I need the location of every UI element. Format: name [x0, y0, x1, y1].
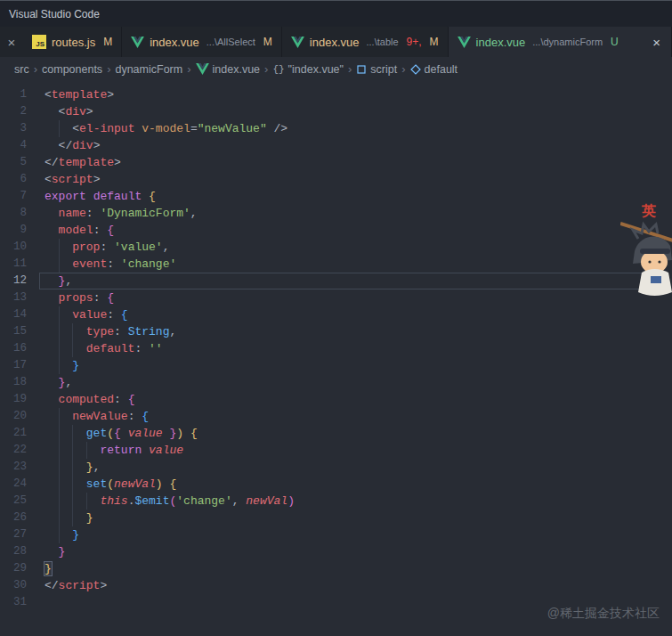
code-line[interactable]: 3 <el-input v-model="newValue" /> — [0, 120, 672, 137]
code-text: }, — [45, 273, 72, 289]
indent-guide — [72, 459, 73, 476]
chevron-right-icon: › — [401, 62, 405, 76]
code-line[interactable]: 22 return value — [0, 442, 672, 459]
indent-guide — [59, 256, 60, 273]
code-line[interactable]: 7export default { — [0, 188, 672, 205]
code-line[interactable]: 29} — [0, 560, 672, 577]
code-text: <div> — [45, 103, 93, 120]
code-line[interactable]: 17 } — [0, 357, 672, 374]
breadcrumb-item-dynamicForm[interactable]: dynamicForm — [115, 63, 182, 76]
code-text: </div> — [45, 137, 100, 154]
indent-guide — [59, 493, 60, 510]
indent-guide — [72, 510, 73, 526]
title-bar: Visual Studio Code — [0, 0, 672, 27]
code-line[interactable]: 5</template> — [0, 154, 672, 171]
line-number: 13 — [0, 289, 27, 306]
code-text: </template> — [45, 154, 121, 171]
tab-badge: M — [263, 36, 272, 48]
tab-index-vue[interactable]: index.vue...\dynamicFormU× — [449, 27, 672, 57]
code-line[interactable]: 26 } — [0, 510, 672, 526]
line-number: 6 — [0, 171, 27, 188]
code-text: type: String, — [45, 323, 176, 340]
code-line[interactable]: 4 </div> — [0, 137, 672, 154]
code-line[interactable]: 24 set(newVal) { — [0, 476, 672, 493]
code-line[interactable]: 15 type: String, — [0, 323, 672, 340]
indent-guide — [86, 493, 87, 510]
window-title: Visual Studio Code — [9, 8, 100, 20]
vue-icon — [457, 37, 471, 48]
code-line[interactable]: 12 }, — [0, 273, 672, 289]
code-line[interactable]: 6<script> — [0, 171, 672, 188]
indent-guide — [72, 493, 73, 510]
line-number: 2 — [0, 103, 27, 120]
code-line[interactable]: 30</script> — [0, 577, 672, 594]
breadcrumb-label: index.vue — [213, 63, 261, 76]
code-text: value: { — [45, 306, 128, 323]
tab-index-vue[interactable]: index.vue...\table9+,M — [282, 27, 449, 57]
tab-badge: M — [103, 36, 112, 48]
indent-guide — [72, 340, 73, 357]
code-text: model: { — [45, 222, 114, 239]
breadcrumb-item-default[interactable]: default — [410, 63, 458, 76]
tab-description: ...\AllSelect — [206, 37, 255, 47]
code-text: name: 'DynamicForm', — [45, 205, 198, 222]
line-number: 10 — [0, 239, 27, 256]
breadcrumb-item--index-vue-[interactable]: {}"index.vue" — [272, 63, 344, 76]
code-line[interactable]: 2 <div> — [0, 103, 672, 120]
line-number: 25 — [0, 493, 27, 510]
breadcrumb-item-index-vue[interactable]: index.vue — [196, 63, 261, 76]
breadcrumb-label: default — [425, 63, 458, 76]
tab-index-vue[interactable]: index.vue...\AllSelectM — [122, 27, 282, 57]
line-number: 14 — [0, 306, 27, 323]
line-number: 11 — [0, 256, 27, 273]
indent-guide — [59, 476, 60, 493]
code-line[interactable]: 25 this.$emit('change', newVal) — [0, 493, 672, 510]
line-number: 19 — [0, 391, 27, 408]
code-line[interactable]: 8 name: 'DynamicForm', — [0, 205, 672, 222]
tab-close-icon[interactable]: × — [652, 35, 660, 50]
code-line[interactable]: 20 newValue: { — [0, 408, 672, 425]
breadcrumb: src›components›dynamicForm› index.vue›{}… — [0, 57, 672, 81]
code-text: default: '' — [45, 340, 163, 357]
chevron-right-icon: › — [264, 62, 268, 76]
code-line[interactable]: 28 } — [0, 543, 672, 560]
tab-strip-close-icon[interactable]: × — [0, 27, 23, 57]
code-line[interactable]: 27 } — [0, 526, 672, 543]
line-number: 5 — [0, 154, 27, 171]
indent-guide — [59, 340, 60, 357]
indent-guide — [72, 442, 73, 459]
code-line[interactable]: 9 model: { — [0, 222, 672, 239]
breadcrumb-item-src[interactable]: src — [14, 63, 29, 76]
code-line[interactable]: 16 default: '' — [0, 340, 672, 357]
code-text: } — [45, 560, 52, 577]
mascot-image: 英 — [620, 200, 672, 299]
code-line[interactable]: 18 }, — [0, 374, 672, 391]
chevron-right-icon: › — [348, 62, 352, 76]
code-line[interactable]: 14 value: { — [0, 306, 672, 323]
line-number: 20 — [0, 408, 27, 425]
code-line[interactable]: 1<template> — [0, 86, 672, 103]
tab-description: ...\dynamicForm — [532, 37, 603, 47]
code-line[interactable]: 13 props: { — [0, 289, 672, 306]
breadcrumb-label: dynamicForm — [115, 63, 182, 76]
braces-icon: {} — [272, 64, 284, 75]
breadcrumb-item-components[interactable]: components — [42, 63, 102, 76]
code-text: <template> — [45, 86, 114, 103]
tab-badge: 9+, — [407, 36, 422, 48]
indent-guide — [72, 476, 73, 493]
tab-routes-js[interactable]: JSroutes.jsM — [23, 27, 122, 57]
indent-guide — [86, 442, 87, 459]
code-line[interactable]: 10 prop: 'value', — [0, 239, 672, 256]
code-line[interactable]: 19 computed: { — [0, 391, 672, 408]
line-number: 23 — [0, 459, 27, 476]
line-number: 4 — [0, 137, 27, 154]
breadcrumb-item-script[interactable]: script — [356, 63, 397, 76]
code-line[interactable]: 11 event: 'change' — [0, 256, 672, 273]
line-number: 22 — [0, 442, 27, 459]
code-line[interactable]: 21 get({ value }) { — [0, 425, 672, 442]
code-text: }, — [45, 459, 100, 476]
line-number: 18 — [0, 374, 27, 391]
code-text: computed: { — [45, 391, 134, 408]
chevron-right-icon: › — [34, 62, 37, 76]
code-line[interactable]: 23 }, — [0, 459, 672, 476]
